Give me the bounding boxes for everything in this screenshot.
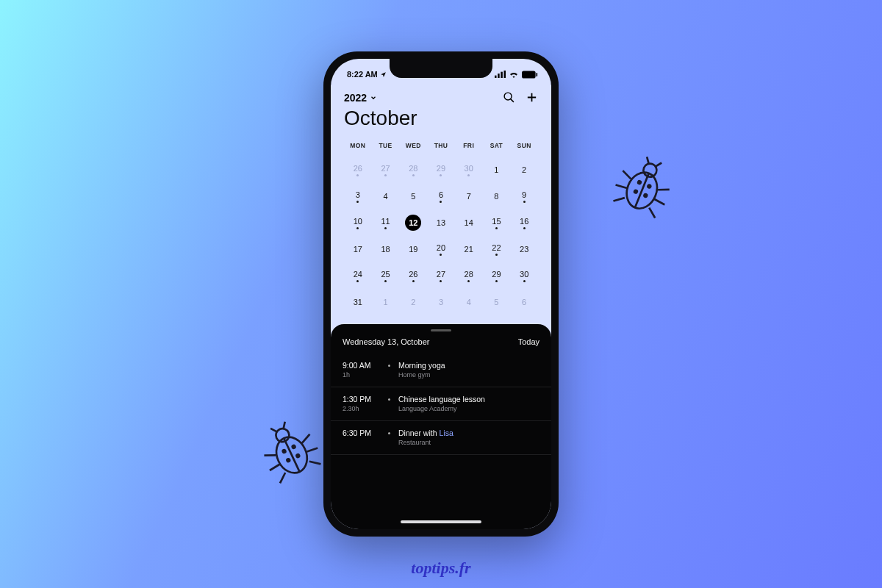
day-cell[interactable]: 26 bbox=[344, 157, 372, 183]
day-cell[interactable]: 26 bbox=[399, 262, 427, 289]
day-cell[interactable]: 25 bbox=[372, 262, 400, 289]
day-cell[interactable]: 5 bbox=[399, 183, 427, 209]
day-cell[interactable]: 2 bbox=[399, 289, 427, 315]
day-cell[interactable]: 30 bbox=[510, 262, 538, 289]
day-cell[interactable]: 9 bbox=[510, 183, 538, 209]
event-location: Home gym bbox=[398, 371, 445, 379]
bug-decoration-icon bbox=[246, 408, 334, 496]
day-number: 3 bbox=[356, 190, 360, 199]
events-panel[interactable]: Wednesday 13, October Today 9:00 AM1hMor… bbox=[331, 324, 551, 529]
day-cell[interactable]: 6 bbox=[427, 183, 455, 209]
day-number: 1 bbox=[494, 165, 498, 174]
day-cell[interactable]: 1 bbox=[483, 157, 511, 183]
day-cell[interactable]: 4 bbox=[455, 289, 483, 315]
agenda-date: Wednesday 13, October bbox=[343, 337, 429, 346]
month-title: October bbox=[344, 107, 538, 130]
event-dot-icon bbox=[356, 174, 359, 176]
day-cell[interactable]: 4 bbox=[372, 183, 400, 209]
svg-point-6 bbox=[504, 93, 512, 100]
event-location: Language Academy bbox=[398, 405, 485, 412]
event-dot-icon bbox=[384, 174, 387, 176]
day-cell[interactable]: 10 bbox=[344, 209, 372, 236]
day-number: 4 bbox=[384, 192, 388, 201]
event-dot-icon bbox=[467, 280, 470, 282]
event-body: Dinner with LisaRestaurant bbox=[398, 429, 453, 446]
battery-icon bbox=[522, 71, 538, 79]
svg-line-28 bbox=[270, 427, 276, 434]
day-cell[interactable]: 19 bbox=[399, 236, 427, 262]
week-row: 262728293012 bbox=[344, 157, 538, 183]
event-time: 6:30 PM bbox=[343, 429, 381, 446]
event-dot-icon bbox=[495, 254, 498, 256]
search-icon[interactable] bbox=[503, 91, 515, 104]
day-cell[interactable]: 29 bbox=[427, 157, 455, 183]
day-cell[interactable]: 6 bbox=[510, 289, 538, 315]
day-cell[interactable]: 18 bbox=[372, 236, 400, 262]
bug-decoration-icon bbox=[600, 144, 686, 230]
day-cell[interactable]: 12 bbox=[399, 209, 427, 236]
day-cell[interactable]: 24 bbox=[344, 262, 372, 289]
day-cell[interactable]: 11 bbox=[372, 209, 400, 236]
chevron-down-icon bbox=[370, 94, 377, 101]
today-button[interactable]: Today bbox=[518, 337, 539, 346]
day-number: 2 bbox=[411, 298, 415, 306]
day-number: 12 bbox=[405, 215, 421, 231]
day-cell[interactable]: 17 bbox=[344, 236, 372, 262]
day-cell[interactable]: 13 bbox=[427, 209, 455, 236]
svg-line-19 bbox=[613, 194, 624, 204]
day-cell[interactable]: 23 bbox=[510, 236, 538, 262]
notch bbox=[390, 59, 492, 78]
day-cell[interactable]: 3 bbox=[344, 183, 372, 209]
day-cell[interactable]: 30 bbox=[455, 157, 483, 183]
day-cell[interactable]: 14 bbox=[455, 209, 483, 236]
svg-rect-5 bbox=[536, 72, 537, 76]
status-right bbox=[495, 71, 538, 79]
event-title: Dinner with Lisa bbox=[398, 429, 453, 437]
event-dot-icon bbox=[467, 174, 470, 176]
day-number: 24 bbox=[354, 270, 362, 279]
event-dot-icon bbox=[440, 280, 442, 282]
day-cell[interactable]: 29 bbox=[483, 262, 511, 289]
svg-line-35 bbox=[309, 457, 321, 467]
dow-label: SUN bbox=[510, 142, 538, 157]
day-cell[interactable]: 27 bbox=[372, 157, 400, 183]
day-cell[interactable]: 28 bbox=[399, 157, 427, 183]
day-cell[interactable]: 2 bbox=[510, 157, 538, 183]
day-cell[interactable]: 20 bbox=[427, 236, 455, 262]
drag-handle-icon[interactable] bbox=[431, 329, 451, 331]
year-picker[interactable]: 2022 bbox=[344, 92, 377, 104]
day-cell[interactable]: 8 bbox=[483, 183, 511, 209]
watermark: toptips.fr bbox=[411, 559, 470, 578]
event-row[interactable]: 6:30 PMDinner with LisaRestaurant bbox=[331, 421, 551, 455]
day-number: 26 bbox=[409, 270, 417, 279]
day-number: 27 bbox=[381, 164, 390, 173]
day-cell[interactable]: 16 bbox=[510, 209, 538, 236]
day-cell[interactable]: 27 bbox=[427, 262, 455, 289]
svg-line-29 bbox=[282, 422, 287, 429]
year-label: 2022 bbox=[344, 92, 367, 104]
day-cell[interactable]: 3 bbox=[427, 289, 455, 315]
event-marker-icon bbox=[388, 429, 391, 446]
day-cell[interactable]: 28 bbox=[455, 262, 483, 289]
event-dot-icon bbox=[523, 280, 526, 282]
week-row: 10111213141516 bbox=[344, 209, 538, 236]
day-cell[interactable]: 5 bbox=[483, 289, 511, 315]
day-cell[interactable]: 15 bbox=[483, 209, 511, 236]
svg-rect-0 bbox=[495, 76, 497, 78]
day-number: 9 bbox=[522, 190, 526, 199]
event-row[interactable]: 1:30 PM2.30hChinese language lessonLangu… bbox=[331, 387, 551, 421]
home-indicator[interactable] bbox=[401, 520, 481, 523]
event-start: 9:00 AM bbox=[343, 361, 381, 370]
day-number: 23 bbox=[520, 245, 528, 254]
event-row[interactable]: 9:00 AM1hMorning yogaHome gym bbox=[331, 354, 551, 387]
day-cell[interactable]: 31 bbox=[344, 289, 372, 315]
day-number: 30 bbox=[520, 270, 528, 279]
day-cell[interactable]: 1 bbox=[372, 289, 400, 315]
day-cell[interactable]: 21 bbox=[455, 236, 483, 262]
add-icon[interactable] bbox=[526, 91, 538, 104]
dow-label: SAT bbox=[483, 142, 511, 157]
location-icon bbox=[380, 71, 387, 78]
day-cell[interactable]: 7 bbox=[455, 183, 483, 209]
week-row: 31123456 bbox=[344, 289, 538, 315]
day-cell[interactable]: 22 bbox=[483, 236, 511, 262]
